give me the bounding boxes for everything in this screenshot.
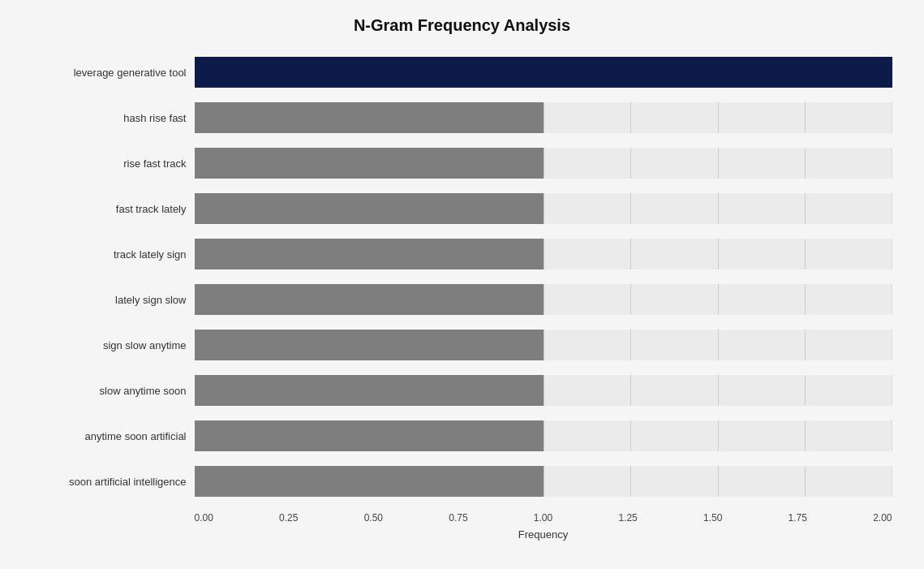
bar-label: anytime soon artificial <box>32 430 195 442</box>
bar-label: sign slow anytime <box>32 339 195 351</box>
bar-row: fast track lately <box>32 188 892 230</box>
bar-row: leverage generative tool <box>32 51 892 93</box>
bar-label: fast track lately <box>32 203 195 215</box>
bar-track <box>195 375 892 406</box>
bar-fill <box>195 57 892 88</box>
bar-track <box>195 193 892 224</box>
bar-track <box>195 330 892 360</box>
x-axis-area: 0.000.250.500.751.001.251.501.752.00 <box>195 512 892 524</box>
bar-fill <box>195 148 544 179</box>
x-tick: 2.00 <box>873 512 892 524</box>
x-tick: 1.75 <box>789 512 807 524</box>
bar-label: leverage generative tool <box>32 67 195 79</box>
bar-track <box>195 420 892 451</box>
x-tick: 1.25 <box>618 512 637 524</box>
x-tick: 0.75 <box>449 512 467 524</box>
bar-row: sign slow anytime <box>32 324 892 366</box>
bar-fill <box>195 330 544 360</box>
x-tick: 1.00 <box>534 512 552 524</box>
x-tick: 0.00 <box>195 512 213 524</box>
bar-track <box>195 57 892 88</box>
bar-row: track lately sign <box>32 233 892 275</box>
x-axis-labels: 0.000.250.500.751.001.251.501.752.00 <box>195 512 892 524</box>
bar-label: slow anytime soon <box>32 385 195 397</box>
bar-track <box>195 466 892 497</box>
bar-label: soon artificial intelligence <box>32 476 195 488</box>
bar-fill <box>195 466 544 497</box>
bar-label: track lately sign <box>32 248 195 261</box>
bar-row: lately sign slow <box>32 278 892 321</box>
bar-track <box>195 148 892 179</box>
bar-fill <box>195 239 544 269</box>
bar-row: anytime soon artificial <box>32 415 892 457</box>
bar-fill <box>195 375 544 406</box>
x-tick: 1.50 <box>703 512 722 524</box>
bar-track <box>195 239 892 269</box>
bar-label: hash rise fast <box>32 112 195 124</box>
bar-fill <box>195 420 544 451</box>
chart-container: N-Gram Frequency Analysis leverage gener… <box>16 0 909 569</box>
bar-row: hash rise fast <box>32 97 892 139</box>
bar-track <box>195 284 892 315</box>
x-axis-title: Frequency <box>195 528 892 541</box>
bar-row: soon artificial intelligence <box>32 460 892 502</box>
x-tick: 0.50 <box>364 512 383 524</box>
chart-title: N-Gram Frequency Analysis <box>32 16 892 35</box>
chart-area: leverage generative toolhash rise fastri… <box>32 51 892 506</box>
x-tick: 0.25 <box>279 512 298 524</box>
bar-fill <box>195 284 544 315</box>
bar-fill <box>195 193 544 224</box>
bar-label: lately sign slow <box>32 294 195 306</box>
bar-track <box>195 102 892 133</box>
bar-row: rise fast track <box>32 142 892 184</box>
bar-row: slow anytime soon <box>32 369 892 412</box>
bar-label: rise fast track <box>32 157 195 170</box>
bar-fill <box>195 102 544 133</box>
